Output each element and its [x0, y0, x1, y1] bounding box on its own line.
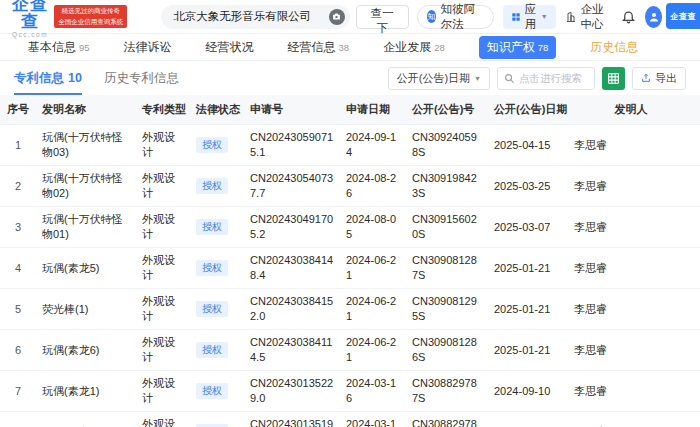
cell-pub-date: 2025-04-15: [488, 125, 562, 166]
cell-inventor: 李思睿: [562, 412, 700, 427]
cell-pub-no: CN309240598S: [406, 125, 488, 166]
cell-pub-date: 2025-03-25: [488, 166, 562, 207]
cell-name: 玩偶(十万伏特怪物03): [36, 125, 136, 166]
qcc-extension-badge[interactable]: 企查查: [666, 3, 700, 29]
cell-app-no: CN202430135199.3: [244, 412, 340, 427]
main-tab[interactable]: 基本信息95: [28, 39, 90, 56]
brand-logo[interactable]: 企查查 Qcc.com 精选见过的商业传奇 全国企业信用查询系统: [12, 0, 127, 38]
column-header: 发明人: [562, 95, 700, 125]
logo-text: 企查查: [12, 0, 48, 30]
notification-bell-icon[interactable]: [621, 9, 636, 24]
cell-status: 授权: [190, 289, 244, 330]
cell-inventor: 李思睿: [562, 125, 700, 166]
search-icon: [504, 73, 515, 84]
tab-count: 38: [339, 42, 350, 53]
column-header: 发明名称: [36, 95, 136, 125]
search-input[interactable]: [173, 11, 329, 23]
header-search: 查一下: [161, 5, 409, 29]
tab-label: 历史信息: [590, 39, 638, 56]
cell-status: 授权: [190, 371, 244, 412]
search-button[interactable]: 查一下: [356, 5, 409, 29]
cell-pub-date: 2024-09-10: [488, 412, 562, 427]
main-tab[interactable]: 企业发展28: [383, 39, 445, 56]
patent-table: 序号发明名称专利类型法律状态申请号申请日期公开(公告)号公开(公告)日期发明人 …: [0, 95, 700, 427]
table-row: 5荧光棒(1)外观设计授权CN202430384152.02024-06-21C…: [0, 289, 700, 330]
chevron-down-icon: ▼: [541, 13, 548, 20]
cell-app-date: 2024-08-26: [340, 166, 406, 207]
tab-label: 经营信息: [288, 39, 336, 56]
patent-table-body: 1玩偶(十万伏特怪物03)外观设计授权CN202430590715.12024-…: [0, 125, 700, 427]
top-actions: 知 知彼阿尔法 应用 ▼ 企业中心: [417, 2, 662, 32]
tab-count: 95: [79, 42, 90, 53]
cell-app-no: CN202430491705.2: [244, 207, 340, 248]
search-input-wrap[interactable]: [161, 5, 350, 29]
cell-no: 3: [0, 207, 36, 248]
status-badge: 授权: [196, 137, 228, 153]
tab-label: 法律诉讼: [124, 39, 172, 56]
sub-tab[interactable]: 历史专利信息: [104, 61, 179, 95]
cell-pub-date: 2025-01-21: [488, 289, 562, 330]
cell-pub-no: CN309081286S: [406, 330, 488, 371]
cell-app-no: CN202430590715.1: [244, 125, 340, 166]
list-toolbar: 公开(公告)日期 ▼ 导出: [388, 67, 686, 90]
cell-app-date: 2024-06-21: [340, 330, 406, 371]
cell-pub-date: 2025-03-07: [488, 207, 562, 248]
cell-app-no: CN202430384114.5: [244, 330, 340, 371]
enterprise-center-label: 企业中心: [581, 2, 613, 32]
cell-app-date: 2024-06-21: [340, 248, 406, 289]
apps-menu-button[interactable]: 应用 ▼: [503, 5, 556, 29]
table-header-row: 序号发明名称专利类型法律状态申请号申请日期公开(公告)号公开(公告)日期发明人: [0, 95, 700, 125]
tab-label: 企业发展: [383, 39, 431, 56]
cell-no: 8: [0, 412, 36, 427]
date-filter-dropdown[interactable]: 公开(公告)日期 ▼: [388, 67, 490, 90]
cell-name: 荧光棒(1): [36, 289, 136, 330]
cell-app-no: CN202430540737.7: [244, 166, 340, 207]
cell-inventor: 李思睿: [562, 330, 700, 371]
spreadsheet-icon: [607, 72, 620, 85]
cell-type: 外观设计: [136, 166, 190, 207]
cell-name: 玩偶(素龙3): [36, 412, 136, 427]
cell-type: 外观设计: [136, 289, 190, 330]
cell-no: 7: [0, 371, 36, 412]
cell-inventor: 李思睿: [562, 166, 700, 207]
tab-label: 基本信息: [28, 39, 76, 56]
zhibi-alpha-icon: 知: [427, 10, 437, 23]
enterprise-center-button[interactable]: 企业中心: [565, 2, 613, 32]
cell-app-date: 2024-03-16: [340, 412, 406, 427]
cell-pub-no: CN309156020S: [406, 207, 488, 248]
column-header: 公开(公告)日期: [488, 95, 562, 125]
column-header: 序号: [0, 95, 36, 125]
main-tab[interactable]: 知识产权78: [479, 36, 557, 59]
camera-search-icon[interactable]: [329, 9, 345, 25]
top-bar: 企查查 Qcc.com 精选见过的商业传奇 全国企业信用查询系统 查一下 知 知…: [0, 0, 700, 34]
column-header: 专利类型: [136, 95, 190, 125]
main-tab[interactable]: 经营信息38: [288, 39, 350, 56]
cell-inventor: 李思睿: [562, 371, 700, 412]
sub-tab[interactable]: 专利信息10: [14, 61, 82, 95]
zhibi-alpha-button[interactable]: 知 知彼阿尔法: [417, 5, 494, 29]
cell-no: 1: [0, 125, 36, 166]
status-badge: 授权: [196, 260, 228, 276]
main-tab[interactable]: 历史信息: [590, 39, 638, 56]
export-button[interactable]: 导出: [632, 67, 686, 90]
excel-export-button[interactable]: [602, 67, 625, 90]
table-search-input[interactable]: [519, 72, 588, 84]
main-tab[interactable]: 法律诉讼: [124, 39, 172, 56]
chevron-down-icon: ▼: [474, 75, 481, 82]
table-row: 3玩偶(十万伏特怪物01)外观设计授权CN202430491705.22024-…: [0, 207, 700, 248]
cell-status: 授权: [190, 412, 244, 427]
main-tab[interactable]: 经营状况: [206, 39, 254, 56]
building-icon: [565, 11, 577, 23]
cell-name: 玩偶(素龙1): [36, 371, 136, 412]
status-badge: 授权: [196, 301, 228, 317]
tab-label: 知识产权: [487, 39, 535, 56]
status-badge: 授权: [196, 342, 228, 358]
sub-tab-count: 10: [68, 71, 82, 85]
cell-inventor: 李思睿: [562, 289, 700, 330]
user-avatar[interactable]: [645, 6, 662, 28]
cell-no: 2: [0, 166, 36, 207]
table-row: 8玩偶(素龙3)外观设计授权CN202430135199.32024-03-16…: [0, 412, 700, 427]
table-search-box[interactable]: [497, 67, 595, 90]
cell-pub-no: CN309081287S: [406, 248, 488, 289]
zhibi-alpha-label: 知彼阿尔法: [440, 2, 483, 32]
